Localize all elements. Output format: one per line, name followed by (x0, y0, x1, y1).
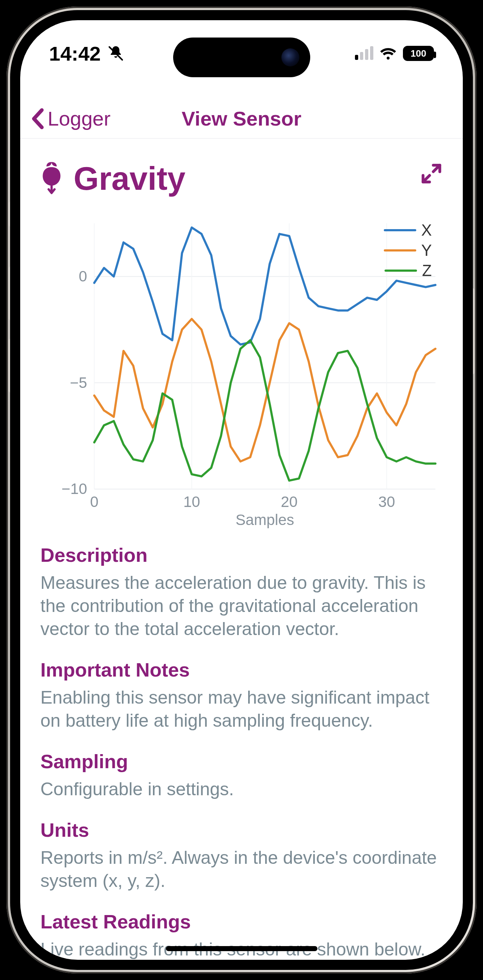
section-heading: Important Notes (40, 659, 443, 681)
screen: 14:42 (20, 20, 463, 960)
section-description: Description Measures the acceleration du… (40, 544, 443, 641)
section-units: Units Reports in m/s². Always in the dev… (40, 819, 443, 892)
section-heading: Units (40, 819, 443, 841)
back-label: Logger (48, 107, 110, 130)
legend-item-x: X (384, 221, 432, 239)
svg-text:Samples: Samples (235, 511, 294, 528)
expand-button[interactable] (420, 162, 443, 186)
content-scroll[interactable]: Gravity 0−5−100102030Samples (20, 138, 463, 960)
section-latest: Latest Readings Live readings from this … (40, 910, 443, 960)
legend-swatch (384, 269, 417, 272)
chevron-left-icon (31, 108, 46, 129)
back-button[interactable]: Logger (31, 99, 110, 138)
section-body: Configurable in settings. (40, 778, 443, 801)
legend-label: X (421, 221, 432, 239)
section-heading: Sampling (40, 750, 443, 773)
battery-level: 100 (410, 48, 426, 59)
home-indicator[interactable] (166, 946, 318, 951)
sensor-header: Gravity (40, 160, 443, 197)
sensor-title: Gravity (73, 160, 186, 197)
legend-label: Z (422, 262, 432, 280)
section-heading: Description (40, 544, 443, 566)
cellular-signal-icon (355, 47, 373, 60)
legend-swatch (384, 229, 416, 231)
dynamic-island (173, 38, 310, 77)
expand-icon (420, 162, 443, 185)
section-body: Measures the acceleration due to gravity… (40, 571, 443, 641)
svg-text:0: 0 (90, 493, 99, 510)
section-notes: Important Notes Enabling this sensor may… (40, 659, 443, 732)
chart-legend: X Y Z (384, 221, 432, 282)
line-chart: 0−5−100102030Samples (40, 212, 443, 529)
svg-text:−10: −10 (62, 480, 87, 497)
svg-text:−5: −5 (70, 374, 87, 391)
status-time: 14:42 (49, 42, 101, 65)
battery-indicator: 100 (403, 46, 434, 61)
svg-text:20: 20 (281, 493, 297, 510)
section-heading: Latest Readings (40, 910, 443, 933)
legend-label: Y (421, 242, 432, 259)
section-sampling: Sampling Configurable in settings. (40, 750, 443, 801)
svg-text:10: 10 (183, 493, 200, 510)
sensor-chart[interactable]: 0−5−100102030Samples X Y Z (40, 212, 443, 529)
phone-bezel: 14:42 (10, 10, 473, 970)
nav-title: View Sensor (181, 107, 301, 130)
navigation-bar: Logger View Sensor (20, 99, 463, 138)
svg-text:30: 30 (378, 493, 395, 510)
section-body: Enabling this sensor may have significan… (40, 686, 443, 732)
section-body: Reports in m/s². Always in the device's … (40, 846, 443, 892)
front-camera (281, 48, 299, 67)
legend-item-z: Z (384, 262, 432, 280)
status-right: 100 (355, 45, 434, 61)
legend-item-y: Y (384, 242, 432, 259)
gravity-icon (40, 162, 63, 196)
svg-text:0: 0 (79, 268, 87, 285)
status-left: 14:42 (49, 40, 124, 65)
legend-swatch (384, 249, 416, 251)
wifi-icon (379, 46, 397, 60)
phone-frame: 14:42 (6, 6, 477, 974)
silent-mode-icon (107, 45, 124, 62)
